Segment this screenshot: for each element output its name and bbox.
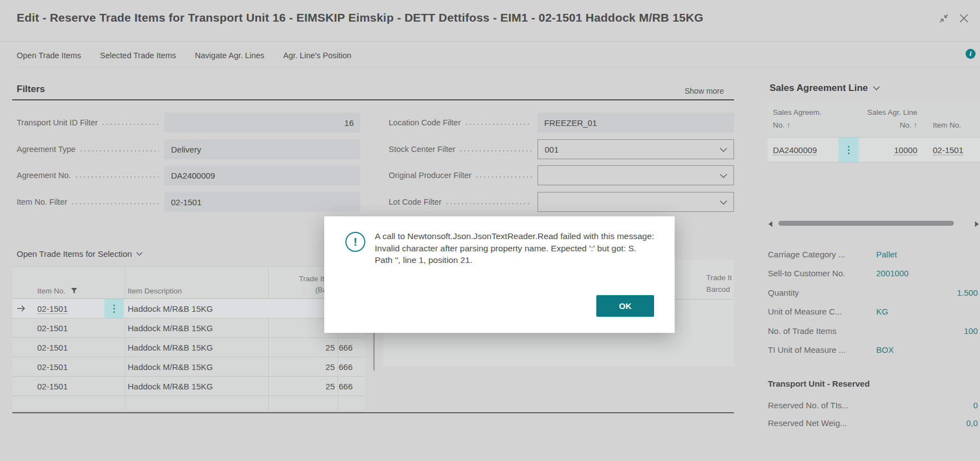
reserve-trade-items-page: Edit - Reserve Trade Items for Transport…: [0, 0, 980, 461]
item-description-cell: Haddock M/R&B 15KG: [128, 357, 213, 377]
line-no-link[interactable]: 10000: [894, 145, 917, 155]
location-code-filter-field[interactable]: FREEZER_01: [537, 113, 734, 133]
field-quantity: Quantity 1.500: [768, 283, 979, 302]
sell-to-customer-no-value[interactable]: 2001000: [876, 269, 908, 278]
column-header-trade-item-qty[interactable]: Trade Item (Base: [251, 273, 335, 296]
column-header-item-no[interactable]: Item No.: [933, 119, 961, 131]
field-label-agreement-type: Agreement Type: [17, 139, 164, 159]
column-header-item-no[interactable]: Item No.: [37, 287, 77, 295]
current-row-arrow-icon: [17, 302, 26, 315]
trade-items-section-heading[interactable]: Open Trade Items for Selection: [17, 249, 143, 259]
action-bar: Open Trade Items Selected Trade Items Na…: [17, 51, 351, 60]
alert-icon: !: [345, 232, 365, 252]
chevron-down-icon: [873, 86, 880, 90]
no-of-trade-items-value[interactable]: 100: [964, 326, 978, 336]
barcode-cell: 666: [339, 357, 365, 377]
item-description-cell: Haddock M/R&B 15KG: [128, 338, 213, 357]
filters-heading: Filters: [17, 84, 45, 95]
transport-unit-id-filter-field[interactable]: 16: [164, 113, 360, 133]
item-description-cell: Haddock M/R&B 15KG: [128, 318, 213, 338]
grid-header-row: Item No. Item Description Trade Item (Ba…: [12, 267, 365, 299]
field-label-lot-code-filter: Lot Code Filter: [389, 192, 537, 212]
item-no-filter-field[interactable]: 02-1501: [164, 192, 360, 212]
error-dialog: ! A call to Newtonsoft.Json.JsonTextRead…: [324, 216, 675, 333]
unit-of-measure-value[interactable]: KG: [876, 307, 888, 316]
column-header-sales-agr-line-no[interactable]: Sales Agr. Line No. ↑: [867, 106, 917, 131]
show-more-link[interactable]: Show more: [685, 87, 724, 95]
table-row[interactable]: 02-1501 Haddock M/R&B 15KG 25 666: [12, 338, 365, 357]
field-sell-to-customer-no: Sell-to Customer No. 2001000: [768, 264, 979, 283]
field-reserved-net-weight: Reserved Net Weig... 0,0: [768, 414, 979, 432]
trade-items-grid-left-pane: Item No. Item Description Trade Item (Ba…: [12, 266, 365, 411]
field-label-stock-center-filter: Stock Center Filter: [389, 139, 537, 159]
field-carriage-category: Carriage Category ... Pallet: [768, 245, 979, 264]
item-no-cell: 02-1501: [37, 318, 68, 338]
field-label-original-producer-filter: Original Producer Filter: [389, 165, 537, 185]
filters-divider: [12, 99, 734, 100]
trade-item-qty-cell: 25: [251, 299, 335, 318]
row-ellipsis-menu-icon[interactable]: [838, 138, 859, 162]
column-header-trade-item-barcode[interactable]: Trade It Barcod: [706, 272, 732, 295]
field-ti-unit-of-measure: TI Unit of Measure ... BOX: [768, 341, 979, 360]
field-label-item-no-filter: Item No. Filter: [17, 192, 164, 212]
table-header-row: Sales Agreem. No. ↑ Sales Agr. Line No. …: [767, 100, 980, 138]
window-controls: [938, 12, 970, 24]
item-no-link[interactable]: 02-1501: [933, 145, 963, 155]
field-unit-of-measure: Unit of Measure C... KG: [768, 302, 979, 322]
ti-unit-of-measure-value[interactable]: BOX: [876, 345, 894, 354]
trade-item-qty-cell: 25: [251, 338, 335, 357]
scroll-left-icon[interactable]: [768, 221, 772, 227]
info-icon[interactable]: i: [966, 49, 976, 59]
agreement-no-link[interactable]: DA2400009: [773, 145, 817, 155]
chevron-down-icon: [720, 200, 727, 205]
agreement-type-field[interactable]: Delivery: [164, 139, 360, 159]
scroll-right-icon[interactable]: [975, 221, 979, 227]
menu-item-agr-lines-position[interactable]: Agr. Line's Position: [283, 51, 351, 60]
error-message: A call to Newtonsoft.Json.JsonTextReader…: [375, 230, 655, 266]
menu-item-navigate-agr-lines[interactable]: Navigate Agr. Lines: [195, 51, 264, 60]
field-label-location-code-filter: Location Code Filter: [389, 113, 537, 133]
page-title: Edit - Reserve Trade Items for Transport…: [17, 11, 703, 24]
column-header-sales-agreement-no[interactable]: Sales Agreem. No. ↑: [773, 106, 822, 131]
field-no-of-trade-items: No. of Trade Items 100: [768, 321, 979, 341]
item-description-cell: Haddock M/R&B 15KG: [128, 377, 213, 396]
stock-center-filter-dropdown[interactable]: 001: [537, 139, 734, 159]
row-ellipsis-menu-icon[interactable]: [104, 299, 124, 318]
sidebar-horizontal-scrollbar[interactable]: [767, 220, 980, 227]
original-producer-filter-dropdown[interactable]: [537, 165, 734, 185]
column-header-item-description[interactable]: Item Description: [128, 287, 182, 295]
item-no-link[interactable]: 02-1501: [37, 304, 68, 314]
item-no-cell: 02-1501: [37, 357, 68, 377]
lot-code-filter-dropdown[interactable]: [537, 192, 734, 212]
table-row[interactable]: 02-1501 Haddock M/R&B 15KG 25 666: [12, 318, 365, 338]
menu-item-open-trade-items[interactable]: Open Trade Items: [17, 51, 81, 60]
trade-item-qty-cell: 25: [251, 318, 335, 338]
menu-item-selected-trade-items[interactable]: Selected Trade Items: [100, 51, 176, 60]
reserved-no-of-tis-value[interactable]: 0: [973, 401, 978, 410]
table-row[interactable]: 02-1501 Haddock M/R&B 15KG 25 666: [12, 357, 365, 377]
barcode-cell: 666: [339, 338, 365, 357]
trade-item-qty-cell: 25: [251, 377, 335, 396]
section-bottom-divider: [12, 412, 734, 413]
quantity-value[interactable]: 1.500: [957, 288, 978, 297]
ok-button[interactable]: OK: [596, 295, 654, 317]
agreement-no-field[interactable]: DA2400009: [164, 165, 360, 185]
menu-divider: [12, 67, 980, 67]
barcode-cell: 666: [339, 377, 365, 396]
chevron-down-icon: [720, 174, 727, 178]
scrollbar-thumb[interactable]: [778, 221, 954, 226]
table-row[interactable]: 02-1501 Haddock M/R&B 15KG 25 666: [12, 299, 365, 318]
table-row[interactable]: DA2400009 10000 02-1501: [767, 138, 980, 163]
collapse-icon[interactable]: [938, 12, 950, 24]
item-description-cell: Haddock M/R&B 15KG: [128, 299, 213, 318]
sales-agreement-line-heading[interactable]: Sales Agreement Line: [770, 83, 880, 94]
carriage-category-value[interactable]: Pallet: [876, 250, 897, 259]
chevron-down-icon: [720, 148, 727, 152]
transport-unit-reserved-heading: Transport Unit - Reserved: [768, 379, 870, 388]
table-row[interactable]: 02-1501 Haddock M/R&B 15KG 25 666: [12, 377, 365, 396]
sales-agreement-table: Sales Agreem. No. ↑ Sales Agr. Line No. …: [767, 100, 980, 163]
close-icon[interactable]: [958, 12, 970, 24]
title-divider: [0, 41, 980, 42]
chevron-down-icon: [136, 252, 143, 256]
reserved-net-weight-value[interactable]: 0,0: [966, 418, 978, 428]
